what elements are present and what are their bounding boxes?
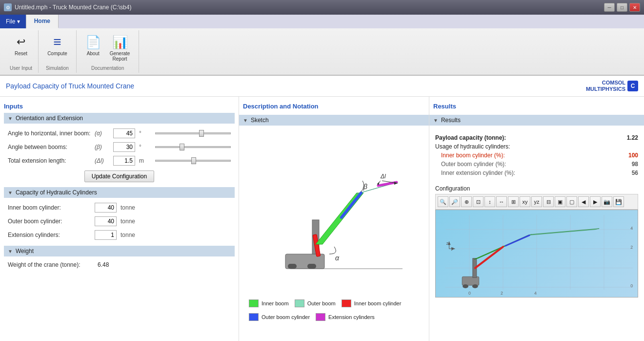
home-tab[interactable]: Home: [26, 15, 59, 28]
extension-slider[interactable]: [155, 157, 231, 165]
extension-input[interactable]: [113, 156, 135, 166]
main-area: Payload Capacity of Truck Mounted Crane …: [0, 76, 644, 341]
outer-boom-cylinder-result-row: Outer boom cylinder (%): 98: [435, 160, 638, 169]
title-bar: ⚙ Untitled.mph - Truck Mounted Crane (C:…: [0, 0, 644, 15]
inner-boom-cylinder-color: [342, 299, 351, 307]
window-title: Untitled.mph - Truck Mounted Crane (C:\s…: [15, 4, 131, 11]
box-button[interactable]: ▢: [566, 196, 577, 207]
grid-button[interactable]: ⊞: [508, 196, 519, 207]
angle-beta-row: Angle between booms: (β) °: [4, 140, 235, 154]
outer-boom-cylinder-row: Outer boom cylinder: tonne: [4, 214, 235, 228]
file-tab[interactable]: File ▾: [0, 15, 26, 28]
extension-thumb[interactable]: [191, 157, 196, 164]
sketch-triangle: ▼: [243, 118, 248, 123]
reset-icon: ↩: [13, 34, 29, 50]
documentation-label: Documentation: [91, 65, 124, 71]
sketch-area: β Δl α: [239, 128, 429, 327]
svg-text:2: 2: [630, 245, 633, 250]
axes-button[interactable]: xy: [520, 196, 530, 207]
outer-boom-cylinder-color: [249, 313, 259, 321]
svg-text:4: 4: [534, 291, 537, 296]
outer-boom-cylinder-input[interactable]: [95, 216, 117, 226]
angle-beta-slider[interactable]: [155, 143, 231, 151]
pan-vertical-button[interactable]: ↕: [484, 196, 495, 207]
maximize-button[interactable]: □: [617, 3, 627, 12]
config-toolbar: 🔍 🔎 ⊕ ⊡ ↕ ↔ ⊞ xy yz ⊟ ▣ ▢ ◀ ▶ 📷 💾: [435, 194, 638, 210]
weight-label: Weight: [16, 248, 34, 255]
orientation-section-header[interactable]: ▼ Orientation and Extension: [4, 113, 235, 124]
angle-beta-thumb[interactable]: [180, 144, 184, 150]
weight-section-header[interactable]: ▼ Weight: [4, 246, 235, 256]
next-button[interactable]: ▶: [590, 196, 601, 207]
zoom-extents-button[interactable]: ⊕: [461, 196, 472, 207]
compute-button[interactable]: ≡ Compute: [44, 32, 70, 58]
results-title: Results: [433, 101, 640, 113]
ribbon: File ▾ Home ↩ Reset User Input ≡ Compute…: [0, 15, 644, 76]
comsol-text: COMSOL MULTIPHYSICS: [586, 80, 625, 92]
svg-point-40: [472, 284, 478, 288]
comsol-logo: COMSOL MULTIPHYSICS C: [586, 80, 638, 92]
pan-horizontal-button[interactable]: ↔: [496, 196, 507, 207]
hydraulic-section-header[interactable]: ▼ Capacity of Hydraulic Cylinders: [4, 187, 235, 198]
angle-alpha-track: [155, 132, 231, 134]
generate-report-button[interactable]: 📊 Generate Report: [107, 32, 133, 64]
outer-boom-color: [295, 299, 304, 307]
outer-boom-cylinder-label: Outer boom cylinder:: [8, 218, 91, 225]
screenshot-button[interactable]: 📷: [602, 196, 612, 207]
svg-text:α: α: [335, 254, 340, 262]
legend-outer-boom-cylinder: Outer boom cylinder: [249, 313, 310, 321]
hydraulic-usage-header-row: Usage of hydraulic cylinders:: [435, 142, 638, 151]
weight-triangle: ▼: [8, 249, 13, 254]
results-section-header: ▼ Results: [429, 115, 644, 126]
close-button[interactable]: ✕: [629, 3, 640, 12]
about-icon: 📄: [85, 34, 101, 50]
window-controls: ─ □ ✕: [604, 3, 640, 12]
axes2-button[interactable]: yz: [531, 196, 542, 207]
inner-boom-cylinder-row: Inner boom cylinder: tonne: [4, 201, 235, 214]
extension-row: Total extension length: (Δl) m: [4, 154, 235, 168]
extension-cylinder-label: Extension cylinders:: [8, 232, 91, 238]
payload-value: 1.22: [627, 134, 638, 141]
extension-track: [155, 160, 231, 162]
ribbon-tabs: File ▾ Home: [0, 15, 644, 28]
zoom-in-button[interactable]: 🔍: [438, 196, 448, 207]
page-title-bar: Payload Capacity of Truck Mounted Crane …: [0, 76, 644, 97]
svg-line-45: [505, 235, 529, 246]
legend-inner-boom-cylinder: Inner boom cylinder: [342, 299, 402, 307]
angle-alpha-slider[interactable]: [155, 129, 231, 137]
generate-report-icon: 📊: [112, 34, 128, 50]
save-image-button[interactable]: 💾: [613, 196, 624, 207]
update-config-button[interactable]: Update Configuration: [84, 170, 154, 182]
angle-alpha-thumb[interactable]: [199, 130, 204, 137]
prev-button[interactable]: ◀: [578, 196, 589, 207]
legend-inner-boom-label: Inner boom: [262, 300, 289, 306]
inner-boom-cylinder-label: Inner boom cylinder:: [8, 204, 91, 211]
orientation-triangle: ▼: [8, 116, 13, 121]
angle-alpha-unit: °: [139, 130, 151, 137]
app-icon: ⚙: [4, 3, 12, 11]
angle-alpha-input[interactable]: [113, 128, 135, 138]
about-button[interactable]: 📄 About: [82, 32, 104, 58]
extension-cylinder-row: Extension cylinders: tonne: [4, 228, 235, 242]
ribbon-content: ↩ Reset User Input ≡ Compute Simulation …: [0, 28, 644, 75]
angle-beta-input[interactable]: [113, 142, 135, 152]
inner-boom-cylinder-input[interactable]: [95, 203, 117, 213]
minimize-button[interactable]: ─: [604, 3, 615, 12]
grid2-button[interactable]: ⊟: [543, 196, 554, 207]
fit-button[interactable]: ⊡: [473, 196, 483, 207]
results-content: Payload capacity (tonne): 1.22 Usage of …: [429, 129, 644, 181]
svg-rect-38: [462, 277, 479, 286]
inner-boom-cylinder-result-label: Inner boom cylinder (%):: [441, 152, 624, 159]
legend-outer-boom-cylinder-label: Outer boom cylinder: [262, 314, 310, 320]
angle-alpha-row: Angle to horizontal, inner boom: (α) °: [4, 127, 235, 140]
svg-text:2: 2: [501, 291, 503, 296]
generate-report-label: Generate Report: [110, 51, 130, 62]
title-bar-left: ⚙ Untitled.mph - Truck Mounted Crane (C:…: [4, 3, 131, 11]
hydraulic-label: Capacity of Hydraulic Cylinders: [16, 189, 97, 196]
reset-button[interactable]: ↩ Reset: [10, 32, 32, 58]
mesh-button[interactable]: ▣: [555, 196, 565, 207]
orientation-label: Orientation and Extension: [16, 115, 83, 122]
zoom-out-button[interactable]: 🔎: [449, 196, 460, 207]
extension-cylinder-input[interactable]: [95, 230, 117, 240]
angle-beta-label: Angle between booms:: [8, 144, 91, 150]
